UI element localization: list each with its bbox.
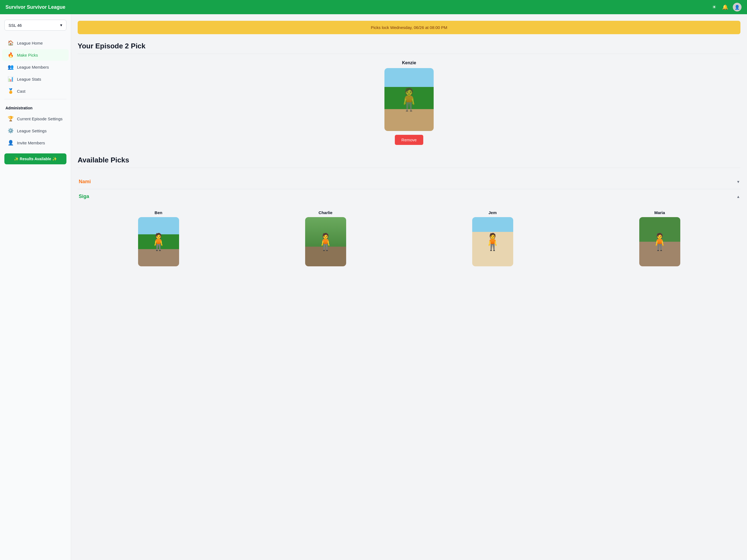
sidebar-item-label: League Members bbox=[17, 65, 49, 70]
sidebar-item-label: Current Episode Settings bbox=[17, 117, 62, 121]
sidebar: SSL 46 ▾ 🏠 League Home 🔥 Make Picks 👥 Le… bbox=[0, 14, 71, 560]
cast-card-ben[interactable]: Ben 🧍 bbox=[78, 210, 239, 266]
sidebar-item-current-episode-settings[interactable]: 🏆 Current Episode Settings bbox=[2, 113, 69, 124]
tribe-nami-label: Nami bbox=[79, 179, 91, 184]
main-content: Picks lock Wednesday, 06/26 at 08:00 PM … bbox=[71, 14, 747, 560]
sidebar-item-label: Make Picks bbox=[17, 53, 38, 57]
cast-card-jem[interactable]: Jem 🧍 bbox=[412, 210, 573, 266]
cast-name-maria: Maria bbox=[654, 210, 665, 215]
sidebar-item-label: League Settings bbox=[17, 128, 47, 133]
current-pick-section: Kenzie 🧍 Remove bbox=[78, 60, 741, 145]
tribe-siga-header[interactable]: Siga ▴ bbox=[78, 189, 741, 204]
sidebar-item-label: League Home bbox=[17, 41, 43, 45]
users-icon: 👥 bbox=[8, 64, 14, 70]
sidebar-item-make-picks[interactable]: 🔥 Make Picks bbox=[2, 49, 69, 61]
chevron-down-icon: ▾ bbox=[60, 23, 62, 28]
current-pick-name: Kenzie bbox=[402, 60, 416, 65]
current-pick-title: Your Episode 2 Pick bbox=[78, 42, 741, 50]
cast-image-charlie: 🧍 bbox=[305, 217, 346, 266]
sidebar-item-label: League Stats bbox=[17, 77, 41, 81]
bar-chart-icon: 📊 bbox=[8, 76, 14, 82]
cast-image-ben: 🧍 bbox=[138, 217, 179, 266]
remove-pick-button[interactable]: Remove bbox=[395, 135, 423, 145]
sidebar-item-league-members[interactable]: 👥 League Members bbox=[2, 61, 69, 73]
cast-name-jem: Jem bbox=[488, 210, 496, 215]
cast-image-maria: 🧍 bbox=[639, 217, 680, 266]
app-header: Survivor Survivor League ☀ 🔔 👤 bbox=[0, 0, 747, 14]
picks-lock-banner: Picks lock Wednesday, 06/26 at 08:00 PM bbox=[78, 21, 741, 34]
league-selector-label: SSL 46 bbox=[8, 23, 22, 28]
chevron-down-icon: ▾ bbox=[737, 179, 739, 184]
cast-name-charlie: Charlie bbox=[318, 210, 333, 215]
sidebar-item-league-home[interactable]: 🏠 League Home bbox=[2, 37, 69, 49]
chevron-up-icon: ▴ bbox=[737, 194, 739, 199]
tribe-siga-label: Siga bbox=[79, 194, 89, 199]
trophy-icon: 🏅 bbox=[8, 88, 14, 94]
tribe-nami-header[interactable]: Nami ▾ bbox=[78, 175, 741, 189]
cast-image-jem: 🧍 bbox=[472, 217, 513, 266]
available-picks-divider bbox=[78, 168, 741, 168]
sidebar-item-league-settings[interactable]: ⚙️ League Settings bbox=[2, 125, 69, 136]
current-pick-image: 🧍 bbox=[384, 68, 434, 131]
league-selector[interactable]: SSL 46 ▾ bbox=[4, 20, 67, 31]
cast-card-charlie[interactable]: Charlie 🧍 bbox=[245, 210, 406, 266]
header-actions: ☀ 🔔 👤 bbox=[711, 3, 742, 11]
add-user-icon: 👤 bbox=[8, 140, 14, 146]
bell-icon[interactable]: 🔔 bbox=[722, 4, 728, 10]
sidebar-item-invite-members[interactable]: 👤 Invite Members bbox=[2, 137, 69, 149]
siga-cast-grid: Ben 🧍 Charlie 🧍 Jem bbox=[78, 204, 741, 273]
app-title: Survivor Survivor League bbox=[5, 4, 66, 10]
trophy-icon: 🏆 bbox=[8, 116, 14, 122]
available-picks-title: Available Picks bbox=[78, 156, 741, 164]
kenzie-silhouette: 🧍 bbox=[395, 87, 423, 112]
sidebar-item-league-stats[interactable]: 📊 League Stats bbox=[2, 73, 69, 85]
results-available-button[interactable]: ✨ Results Available ✨ bbox=[4, 153, 67, 164]
sidebar-item-cast[interactable]: 🏅 Cast bbox=[2, 85, 69, 97]
sidebar-item-label: Cast bbox=[17, 89, 25, 94]
flame-icon: 🔥 bbox=[8, 52, 14, 58]
gear-icon: ⚙️ bbox=[8, 128, 14, 134]
charlie-silhouette: 🧍 bbox=[315, 232, 336, 252]
user-avatar[interactable]: 👤 bbox=[733, 3, 742, 11]
maria-silhouette: 🧍 bbox=[649, 232, 670, 252]
cast-name-ben: Ben bbox=[154, 210, 162, 215]
sidebar-item-label: Invite Members bbox=[17, 141, 45, 145]
home-icon: 🏠 bbox=[8, 40, 14, 46]
jem-silhouette: 🧍 bbox=[482, 232, 503, 252]
ben-silhouette: 🧍 bbox=[148, 232, 169, 252]
admin-section-title: Administration bbox=[0, 101, 71, 112]
settings-icon[interactable]: ☀ bbox=[711, 4, 718, 10]
page-layout: SSL 46 ▾ 🏠 League Home 🔥 Make Picks 👥 Le… bbox=[0, 14, 747, 560]
cast-card-maria[interactable]: Maria 🧍 bbox=[579, 210, 741, 266]
nav-divider bbox=[4, 99, 67, 99]
